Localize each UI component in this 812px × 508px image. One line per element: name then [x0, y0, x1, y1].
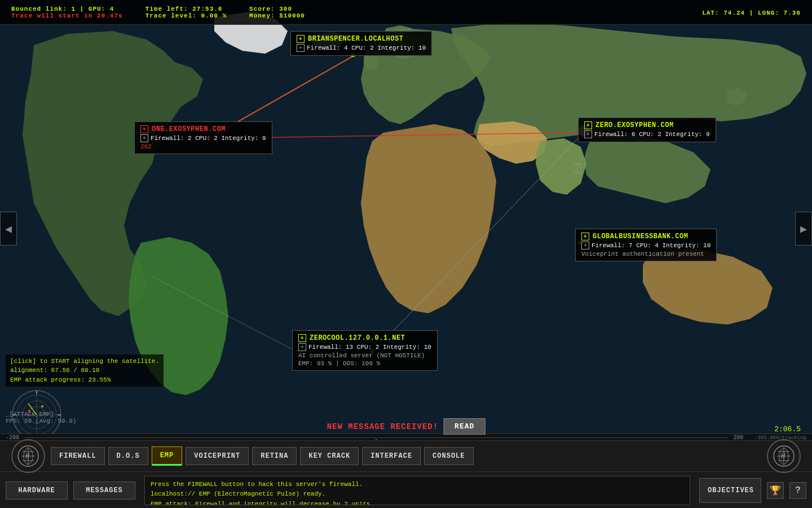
hud-time: Time left: 27:53.6 Trace level: 0.00 % — [145, 6, 227, 19]
read-button[interactable]: READ — [444, 418, 485, 435]
nav-right-arrow[interactable]: ▶ — [795, 212, 812, 246]
timeline-scale — [25, 437, 727, 438]
interface-button[interactable]: INTERFACE — [362, 447, 421, 465]
server-sub2-zerocool: EMP: 93 % | DOS: 100 % — [298, 360, 431, 367]
dos-button[interactable]: D.O.S — [108, 447, 148, 465]
server-sub1-zerocool: AI controlled server (NOT HOSTILE) — [298, 352, 431, 359]
emp-button[interactable]: EMP — [152, 446, 183, 466]
satellite-alignment: alignment: 67.56 / 68.10 — [10, 366, 159, 375]
firewall-button[interactable]: FIREWALL — [51, 447, 105, 465]
info-line3: EMP attack: Firewall and integrity will … — [151, 500, 684, 505]
bottom-top-row: H FIREWALL D.O.S EMP VOICEPRINT RETINA K… — [0, 441, 812, 472]
svg-point-25 — [41, 405, 43, 408]
hud-bounced: Bounced link: 1 | GPU: 4 Trace will star… — [11, 6, 123, 19]
server-extra-one-exosyphen: 262 — [140, 143, 266, 150]
server-title-brianspencer: + BRIANSPENCER.LOCALHOST — [297, 35, 426, 43]
svg-text:H: H — [25, 453, 30, 461]
server-extra-global-bank: Voiceprint authentication present — [581, 251, 710, 257]
nav-left-arrow[interactable]: ◀ — [0, 212, 17, 246]
satellite-status: [click] to START aligning the satellite.… — [6, 354, 164, 387]
mode-text: _[ATTACK_EMP] — [6, 411, 76, 418]
server-info-global-bank: + Firewall: 7 CPU: 4 Integrity: 10 — [581, 242, 710, 249]
server-info-zerocool: + Firewall: 13 CPU: 2 Integrity: 10 — [298, 343, 431, 351]
hud-trace-warning: Trace will start in 20.47s — [11, 12, 123, 19]
server-box-zero-exosyphen[interactable]: + ZERO.EXOSYPHEN.COM + Firewall: 6 CPU: … — [578, 117, 716, 142]
hud-bounced-label: Bounced link: 1 | GPU: 4 — [11, 6, 123, 12]
time-display: 2:06.5 — [774, 425, 801, 433]
hud-coords: LAT: 74.24 | LONG: 7.36 — [702, 10, 801, 16]
hud-score: Score: 300 Money: $10000 — [249, 6, 305, 19]
info-box: Press the FIREWALL button to hack this s… — [144, 476, 690, 505]
server-title-one-exosyphen: + ONE.EXOSYPHEN.COM — [140, 125, 266, 133]
server-box-one-exosyphen[interactable]: + ONE.EXOSYPHEN.COM + Firewall: 2 CPU: 2… — [134, 121, 272, 154]
server-info-zero-exosyphen: + Firewall: 6 CPU: 2 Integrity: 9 — [584, 130, 710, 138]
hud-score-label: Score: 300 — [249, 6, 305, 12]
voiceprint-button[interactable]: VOICEPRINT — [186, 447, 249, 465]
server-title-zerocool: + ZEROCOOL.127.0.0.1.NET — [298, 334, 431, 342]
key-crack-button[interactable]: KEY CRACK — [300, 447, 359, 465]
messages-button[interactable]: MESSAGES — [73, 481, 135, 500]
satellite-emp-progress: EMP attack progress: 23.55% — [10, 375, 159, 385]
server-info-brianspencer: + Firewall: 4 CPU: 2 Integrity: 10 — [297, 44, 426, 52]
help-icon[interactable]: ? — [789, 482, 806, 499]
retina-button[interactable]: RETINA — [252, 447, 297, 465]
hud-time-label: Time left: 27:53.6 — [145, 6, 227, 12]
logo-right: H — [767, 439, 801, 473]
svg-text:H: H — [781, 453, 785, 461]
server-title-global-bank: + GLOBALBUSINESSBANK.COM — [581, 233, 710, 240]
objectives-button[interactable]: OBJECTIVES — [699, 478, 761, 503]
info-line2: localhost:// EMP (ElectroMagnetic Pulse)… — [151, 489, 684, 500]
server-box-brianspencer[interactable]: + BRIANSPENCER.LOCALHOST + Firewall: 4 C… — [290, 31, 432, 56]
server-box-zerocool[interactable]: + ZEROCOOL.127.0.0.1.NET + Firewall: 13 … — [292, 330, 438, 371]
trophy-icon[interactable]: 🏆 — [767, 482, 784, 499]
message-bar: New message received! READ — [327, 418, 486, 435]
bottom-bot-row: HARDWARE MESSAGES Press the FIREWALL but… — [0, 472, 812, 508]
satellite-instruction[interactable]: [click] to START aligning the satellite. — [10, 357, 159, 366]
info-line1: Press the FIREWALL button to hack this s… — [151, 480, 684, 490]
top-hud: Bounced link: 1 | GPU: 4 Trace will star… — [0, 0, 812, 25]
hud-money-label: Money: $10000 — [249, 12, 305, 19]
fps-indicator: _[ATTACK_EMP] FPS: 59 (Avg: 59.9) — [6, 411, 76, 424]
server-info-one-exosyphen: + Firewall: 2 CPU: 2 Integrity: 9 — [140, 134, 266, 142]
bottom-bar: H FIREWALL D.O.S EMP VOICEPRINT RETINA K… — [0, 440, 812, 508]
hack-buttons-top: FIREWALL D.O.S EMP VOICEPRINT RETINA KEY… — [51, 446, 474, 466]
new-message-text: New message received! — [327, 422, 438, 431]
server-title-zero-exosyphen: + ZERO.EXOSYPHEN.COM — [584, 121, 710, 129]
hud-trace-level: Trace level: 0.00 % — [145, 12, 227, 19]
console-button[interactable]: CONSOLE — [424, 447, 473, 465]
hud-coords-section: LAT: 74.24 | LONG: 7.36 — [702, 7, 801, 17]
server-box-global-bank[interactable]: + GLOBALBUSINESSBANK.COM + Firewall: 7 C… — [575, 229, 717, 261]
hardware-button[interactable]: HARDWARE — [6, 481, 68, 500]
fps-value: FPS: 59 (Avg: 59.9) — [6, 418, 76, 424]
logo-left: H — [11, 439, 45, 473]
